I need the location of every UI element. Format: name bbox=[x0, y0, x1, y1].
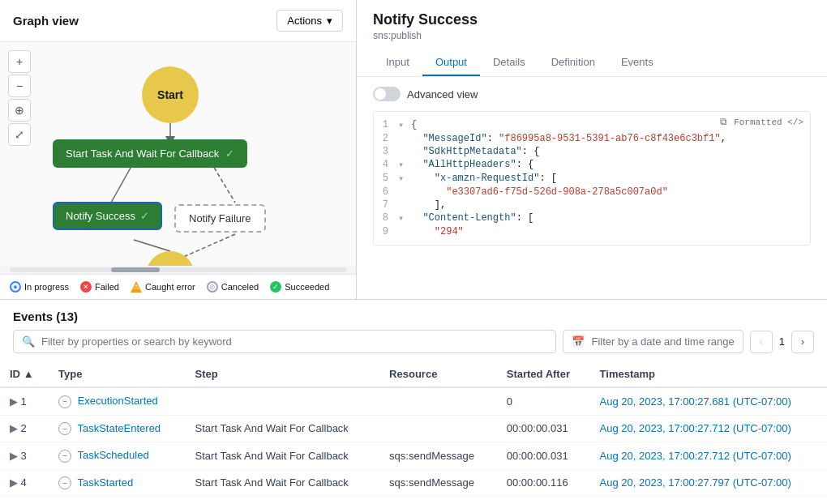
legend-caught-error: ⚠ Caught error bbox=[131, 281, 195, 293]
code-line-8: 8 ▾ "Content-Length": [ bbox=[374, 211, 810, 225]
cell-started-after: 0 bbox=[497, 387, 590, 415]
tab-events[interactable]: Events bbox=[608, 49, 666, 76]
legend-succeeded: ✓ Succeeded bbox=[270, 281, 329, 293]
date-filter[interactable]: 📅 Filter by a date and time range bbox=[563, 330, 743, 353]
current-page: 1 bbox=[776, 335, 788, 348]
task-node-label: Start Task And Wait For Callback bbox=[66, 147, 219, 160]
cell-step bbox=[186, 387, 380, 415]
cell-resource: sqs:sendMessage bbox=[379, 469, 497, 497]
svg-line-3 bbox=[134, 240, 170, 251]
timestamp-link[interactable]: Aug 20, 2023, 17:00:27.712 (UTC-07:00) bbox=[600, 450, 791, 462]
tab-output[interactable]: Output bbox=[422, 49, 480, 76]
advanced-view-label: Advanced view bbox=[407, 88, 478, 100]
event-type-icon: − bbox=[58, 476, 71, 489]
tab-details[interactable]: Details bbox=[480, 49, 538, 76]
zoom-fit-button[interactable]: ⤢ bbox=[8, 123, 31, 146]
actions-button[interactable]: Actions ▾ bbox=[276, 10, 343, 32]
code-line-3: 3 "SdkHttpMetadata": { bbox=[374, 145, 810, 158]
event-type-icon: − bbox=[58, 422, 71, 435]
table-row: ▶ 3 − TaskScheduled Start Task And Wait … bbox=[0, 442, 827, 470]
row-expand-icon[interactable]: ▶ bbox=[10, 422, 18, 434]
event-type-icon: − bbox=[58, 450, 71, 463]
code-line-7: 7 ], bbox=[374, 199, 810, 211]
detail-tabs: Input Output Details Definition Events bbox=[373, 49, 811, 76]
table-header-row: ID ▲ Type Step Resource Started After Ti… bbox=[0, 361, 827, 387]
actions-label: Actions bbox=[287, 15, 322, 27]
cell-timestamp: Aug 20, 2023, 17:00:27.712 (UTC-07:00) bbox=[590, 415, 827, 442]
legend-failed: ✕ Failed bbox=[80, 281, 119, 293]
code-toolbar: ⧉ Formatted </> bbox=[720, 117, 803, 128]
keyword-filter-input[interactable] bbox=[41, 335, 547, 348]
cell-type: − ExecutionStarted bbox=[49, 387, 185, 415]
cell-step: Start Task And Wait For Callback bbox=[186, 415, 380, 442]
graph-scrollbar bbox=[0, 266, 356, 274]
event-type-link[interactable]: ExecutionStarted bbox=[78, 395, 158, 407]
start-node[interactable]: Start bbox=[142, 66, 199, 123]
col-header-step: Step bbox=[186, 361, 380, 387]
notify-success-node[interactable]: Notify Success ✓ bbox=[53, 202, 162, 230]
legend-canceled: ⊘ Canceled bbox=[207, 281, 259, 293]
cell-step: Start Task And Wait For Callback bbox=[186, 497, 380, 505]
cell-resource bbox=[379, 387, 497, 415]
cell-id: ▶ 5 bbox=[0, 497, 49, 505]
search-icon: 🔍 bbox=[22, 335, 35, 348]
cell-id: ▶ 2 bbox=[0, 415, 49, 442]
legend-in-progress: ● In progress bbox=[10, 281, 69, 293]
sort-icon[interactable]: ▲ bbox=[24, 368, 34, 380]
calendar-icon: 📅 bbox=[572, 335, 585, 348]
graph-canvas: + − ⊕ ⤢ bbox=[0, 42, 356, 266]
zoom-out-button[interactable]: − bbox=[8, 75, 31, 97]
code-line-9: 9 "294" bbox=[374, 225, 810, 238]
row-expand-icon[interactable]: ▶ bbox=[10, 450, 18, 462]
cell-type: − TaskStarted bbox=[49, 469, 185, 497]
cell-resource: sqs:sendMessage bbox=[379, 442, 497, 470]
notify-failure-label: Notify Failure bbox=[189, 212, 251, 224]
advanced-view-row: Advanced view bbox=[373, 87, 811, 101]
copy-button[interactable]: ⧉ bbox=[720, 117, 727, 128]
code-line-2: 2 "MessageId": "f86995a8-9531-5391-ab76-… bbox=[374, 132, 810, 145]
detail-header: Notify Success sns:publish Input Output … bbox=[357, 0, 827, 77]
timestamp-link[interactable]: Aug 20, 2023, 17:00:27.681 (UTC-07:00) bbox=[600, 395, 791, 408]
cell-timestamp: Aug 20, 2023, 17:00:27.889 (UTC-07:00) bbox=[590, 497, 827, 505]
col-header-type: Type bbox=[49, 361, 185, 387]
next-page-button[interactable]: › bbox=[791, 331, 814, 353]
cell-type: − TaskStateEntered bbox=[49, 415, 185, 442]
events-header: Events (13) bbox=[0, 300, 827, 330]
col-header-id: ID ▲ bbox=[0, 361, 49, 387]
advanced-view-toggle[interactable] bbox=[373, 87, 401, 101]
cell-started-after: 00:00:00.208 bbox=[497, 497, 590, 505]
table-row: ▶ 2 − TaskStateEntered Start Task And Wa… bbox=[0, 415, 827, 442]
keyword-filter[interactable]: 🔍 bbox=[13, 330, 556, 353]
tab-input[interactable]: Input bbox=[373, 49, 422, 76]
date-filter-label: Filter by a date and time range bbox=[591, 335, 734, 348]
svg-line-2 bbox=[211, 162, 235, 203]
detail-panel: Notify Success sns:publish Input Output … bbox=[357, 0, 827, 299]
table-row: ▶ 4 − TaskStarted Start Task And Wait Fo… bbox=[0, 469, 827, 497]
zoom-in-button[interactable]: + bbox=[8, 50, 31, 73]
cell-timestamp: Aug 20, 2023, 17:00:27.712 (UTC-07:00) bbox=[590, 442, 827, 470]
event-type-link[interactable]: TaskStarted bbox=[77, 476, 133, 489]
zoom-target-button[interactable]: ⊕ bbox=[8, 99, 31, 122]
events-table: ID ▲ Type Step Resource Started After Ti… bbox=[0, 361, 827, 504]
detail-subtitle: sns:publish bbox=[373, 30, 811, 41]
col-header-started-after: Started After bbox=[497, 361, 590, 387]
cell-timestamp: Aug 20, 2023, 17:00:27.797 (UTC-07:00) bbox=[590, 469, 827, 497]
notify-failure-node[interactable]: Notify Failure bbox=[174, 204, 266, 233]
end-node[interactable]: End bbox=[146, 251, 195, 266]
graph-legend: ● In progress ✕ Failed ⚠ Caught error ⊘ … bbox=[0, 274, 356, 299]
tab-definition[interactable]: Definition bbox=[538, 49, 608, 76]
actions-chevron-icon: ▾ bbox=[327, 15, 332, 27]
col-header-resource: Resource bbox=[379, 361, 497, 387]
code-line-5: 5 ▾ "x-amzn-RequestId": [ bbox=[374, 172, 810, 186]
timestamp-link[interactable]: Aug 20, 2023, 17:00:27.797 (UTC-07:00) bbox=[600, 476, 791, 489]
row-expand-icon[interactable]: ▶ bbox=[10, 476, 18, 489]
event-type-link[interactable]: TaskScheduled bbox=[77, 449, 148, 461]
prev-page-button[interactable]: ‹ bbox=[750, 331, 773, 353]
graph-view-title: Graph view bbox=[13, 14, 79, 28]
row-expand-icon[interactable]: ▶ bbox=[10, 395, 18, 408]
svg-line-1 bbox=[111, 162, 134, 203]
task-node[interactable]: Start Task And Wait For Callback ✓ bbox=[53, 139, 247, 168]
timestamp-link[interactable]: Aug 20, 2023, 17:00:27.712 (UTC-07:00) bbox=[600, 422, 791, 434]
cell-id: ▶ 3 bbox=[0, 442, 49, 470]
event-type-link[interactable]: TaskStateEntered bbox=[77, 422, 161, 434]
